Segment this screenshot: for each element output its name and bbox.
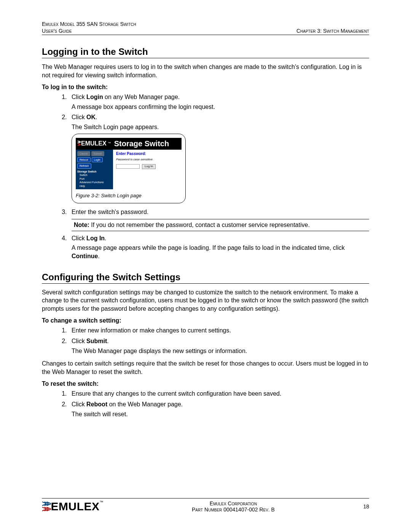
- emulex-logo-icon: >>> >>>: [42, 502, 49, 511]
- figure-tree-help[interactable]: Help: [80, 184, 112, 188]
- footer-logo-text: EMULEX: [51, 500, 100, 513]
- footer-corp: Emulex Corporation: [192, 500, 275, 506]
- section2-intro: Several switch configuration settings ma…: [42, 288, 369, 313]
- footer-part: Part Number 00041407-002 Rev. B: [192, 506, 275, 513]
- figure-tree-port[interactable]: Port: [80, 177, 112, 181]
- figure-refresh-button[interactable]: Refresh: [77, 163, 91, 168]
- proc-change-heading: To change a switch setting:: [42, 317, 369, 324]
- reset-step-2: Click Reboot on the Web Manager page. Th…: [68, 400, 369, 418]
- proc-reset-heading: To reset the switch:: [42, 380, 369, 387]
- login-step-3: Enter the switch's password. Note: If yo…: [68, 208, 369, 231]
- change-step-2: Click Submit. The Web Manager page displ…: [68, 337, 369, 355]
- login-step-2: Click OK. The Switch Login page appears.…: [68, 113, 369, 203]
- proc-login-heading: To log in to the switch:: [42, 84, 369, 91]
- figure-app-header: >> >> EMULEX™ Storage Switch: [76, 138, 182, 150]
- section2-mid: Changes to certain switch settings requi…: [42, 359, 369, 376]
- footer-page-number: 18: [363, 503, 369, 510]
- figure-caption: Figure 3-2: Switch Login page: [76, 192, 182, 199]
- figure-password-input[interactable]: [116, 164, 140, 169]
- figure-switch-login: >> >> EMULEX™ Storage Switch Cancel Subm…: [72, 134, 186, 203]
- footer-logo: >>> >>> EMULEX™: [42, 500, 104, 513]
- figure-tree-root[interactable]: Storage Switch: [77, 170, 112, 173]
- password-note-box: Note: If you do not remember the passwor…: [72, 219, 369, 231]
- change-step-1: Enter new information or make changes to…: [68, 326, 369, 335]
- section-logging-in-title: Logging in to the Switch: [42, 46, 369, 58]
- change-steps: Enter new information or make changes to…: [42, 326, 369, 355]
- figure-reboot-button[interactable]: Reboot: [77, 157, 91, 162]
- figure-login-button[interactable]: Login: [92, 157, 103, 162]
- figure-cancel-button[interactable]: Cancel: [77, 151, 90, 156]
- figure-enter-password-label: Enter Password:: [116, 151, 178, 157]
- header-guide: User's Guide: [42, 28, 72, 34]
- header-product: Emulex Model 355 SAN Storage Switch: [42, 21, 136, 27]
- login-step-4: Click Log In. A message page appears whi…: [68, 234, 369, 260]
- figure-nav-panel: Cancel Submit Reboot Login Refresh Stora…: [76, 150, 113, 190]
- figure-password-note: Password is case-sensitive.: [116, 158, 178, 162]
- figure-tree-adv[interactable]: Advanced Functions: [80, 181, 112, 184]
- login-step-1: Click Login on any Web Manager page. A m…: [68, 93, 369, 111]
- page-footer: >>> >>> EMULEX™ Emulex Corporation Part …: [42, 498, 369, 513]
- section-config-title: Configuring the Switch Settings: [42, 272, 369, 284]
- figure-submit-button[interactable]: Submit: [91, 151, 104, 156]
- reset-steps: Ensure that any changes to the current s…: [42, 390, 369, 418]
- running-header: Emulex Model 355 SAN Storage Switch User…: [42, 21, 369, 35]
- figure-login-submit-button[interactable]: Log In: [142, 164, 156, 169]
- figure-tree-switch[interactable]: Switch: [80, 173, 112, 177]
- login-steps: Click Login on any Web Manager page. A m…: [42, 93, 369, 260]
- reset-step-1: Ensure that any changes to the current s…: [68, 390, 369, 398]
- header-chapter: Chapter 3: Switch Management: [296, 28, 369, 34]
- section1-intro: The Web Manager requires users to log in…: [42, 63, 369, 79]
- emulex-logo-icon: >> >>: [77, 141, 80, 146]
